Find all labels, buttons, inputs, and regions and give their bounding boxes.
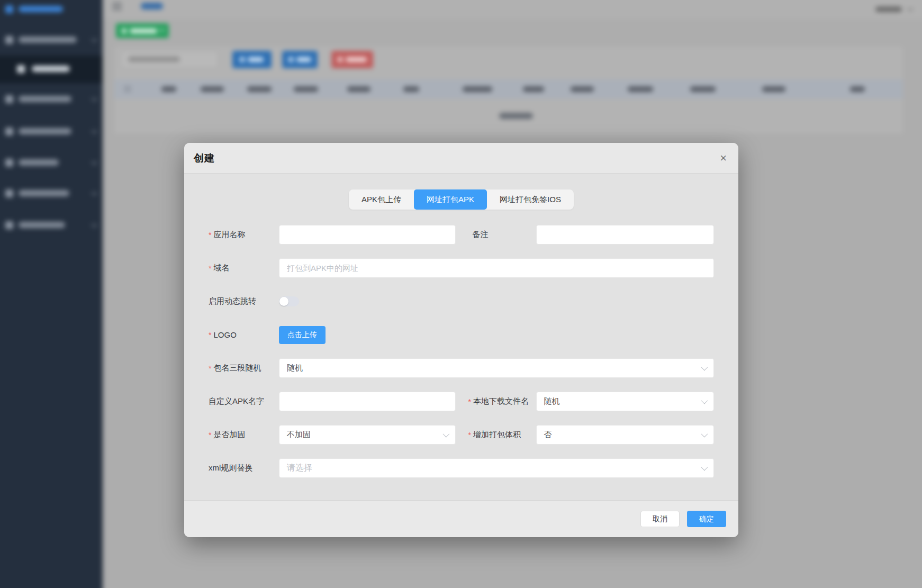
form-row: * 是否加固 不加固 * 增加打包体积 否 [209, 425, 714, 445]
table-header [114, 79, 903, 99]
sidebar-item-blur [19, 190, 69, 196]
field-label: 备注 [468, 230, 536, 240]
column-header-blur [403, 86, 419, 92]
remark-input[interactable] [536, 225, 715, 245]
field-label: * 应用名称 [209, 230, 279, 240]
required-asterisk: * [468, 431, 471, 439]
chevron-down-icon [701, 464, 708, 471]
chevron-down-icon [701, 431, 708, 438]
empty-table-text-blur [499, 113, 533, 119]
local-filename-select[interactable]: 随机 [536, 392, 715, 411]
sidebar-item-blur [32, 66, 70, 72]
chevron-icon [91, 221, 97, 227]
form-row: * 域名 [209, 258, 714, 278]
column-header-blur [201, 86, 224, 92]
field-label: * 是否加固 [209, 430, 279, 440]
field-label: * 域名 [209, 263, 279, 273]
form-row: xml规则替换 请选择 [209, 458, 714, 478]
column-header-blur [161, 86, 176, 92]
xml-rule-select[interactable]: 请选择 [279, 458, 714, 478]
plus-icon [122, 29, 126, 33]
refresh-icon [288, 57, 293, 62]
package-name-select[interactable]: 随机 [279, 358, 714, 378]
sidebar-item-active [0, 56, 103, 83]
tab-url-pack-ios[interactable]: 网址打包免签IOS [487, 189, 574, 210]
chevron-icon [91, 159, 97, 165]
chevron-down-icon [442, 431, 449, 438]
form-row: * LOGO 点击上传 [209, 325, 714, 345]
column-header-blur [247, 86, 272, 92]
form-row: * 应用名称 备注 [209, 225, 714, 245]
select-all-checkbox [124, 85, 131, 93]
form-row: 自定义APK名字 * 本地下载文件名 随机 [209, 392, 714, 411]
batch-delete-label-blur [346, 57, 367, 62]
search-icon [240, 57, 245, 62]
confirm-button[interactable]: 确定 [687, 511, 726, 527]
reset-button [282, 51, 318, 68]
field-label: * 包名三段随机 [209, 363, 279, 373]
required-asterisk: * [209, 431, 211, 439]
column-header-blur [463, 86, 492, 92]
sidebar-item-blur [19, 222, 65, 228]
sidebar-icon [5, 95, 13, 103]
domain-input[interactable] [279, 258, 714, 278]
required-asterisk: * [468, 397, 471, 406]
dialog-body: APK包上传 网址打包APK 网址打包免签IOS * 应用名称 备注 * 域名 [184, 174, 738, 500]
chevron-icon [91, 128, 97, 133]
tab-bar: APK包上传 网址打包APK 网址打包免签IOS [349, 189, 574, 210]
sidebar-icon [17, 65, 25, 73]
custom-apk-name-input[interactable] [279, 392, 456, 411]
create-button-label-blur [130, 29, 157, 33]
required-asterisk: * [209, 364, 211, 373]
search-placeholder-blur [128, 57, 180, 62]
field-label: xml规则替换 [209, 463, 279, 473]
field-label: 启用动态跳转 [209, 296, 279, 306]
chevron-down-icon [701, 397, 708, 404]
required-asterisk: * [209, 264, 211, 273]
sidebar-item-blur [19, 96, 71, 102]
dialog-title: 创建 [194, 151, 215, 165]
cancel-button[interactable]: 取消 [640, 511, 680, 527]
column-header-blur [850, 86, 865, 92]
sidebar-item-blur [19, 37, 77, 43]
tab-url-pack-apk[interactable]: 网址打包APK [414, 189, 487, 210]
create-button [116, 23, 169, 38]
sidebar-icon [5, 189, 13, 197]
dynamic-jump-toggle[interactable] [279, 296, 299, 306]
search-button-label-blur [248, 57, 264, 62]
hardening-select[interactable]: 不加固 [279, 425, 456, 445]
app-name-input[interactable] [279, 225, 456, 245]
column-header-blur [294, 86, 318, 92]
sidebar-icon [5, 128, 13, 135]
field-label: * 本地下载文件名 [468, 396, 536, 406]
column-header-blur [762, 86, 785, 92]
required-asterisk: * [209, 331, 211, 339]
tab-apk-upload[interactable]: APK包上传 [349, 189, 414, 210]
search-button [232, 51, 272, 68]
close-icon[interactable]: × [720, 152, 727, 164]
sidebar-icon [5, 221, 13, 229]
chevron-icon [91, 95, 97, 101]
toggle-knob [279, 297, 288, 306]
sidebar [0, 0, 103, 588]
field-label: * LOGO [209, 330, 279, 339]
chevron-down-icon [160, 28, 164, 32]
package-volume-select[interactable]: 否 [536, 425, 715, 445]
background-topbar [103, 0, 922, 19]
field-label: * 增加打包体积 [468, 430, 536, 440]
form-row: 启用动态跳转 [209, 292, 714, 311]
column-header-blur [523, 86, 544, 92]
sidebar-item-blur [19, 159, 59, 166]
column-header-blur [571, 86, 594, 92]
column-header-blur [628, 86, 653, 92]
column-header-blur [690, 86, 716, 92]
dialog-header: 创建 × [184, 143, 738, 174]
dialog-footer: 取消 确定 [184, 500, 738, 537]
sidebar-item-blur [19, 128, 71, 134]
logo-upload-button[interactable]: 点击上传 [279, 326, 326, 344]
sidebar-icon [5, 36, 13, 44]
field-label: 自定义APK名字 [209, 396, 279, 406]
form-row: * 包名三段随机 随机 [209, 358, 714, 378]
search-input [121, 51, 219, 68]
chevron-down-icon [701, 364, 708, 371]
